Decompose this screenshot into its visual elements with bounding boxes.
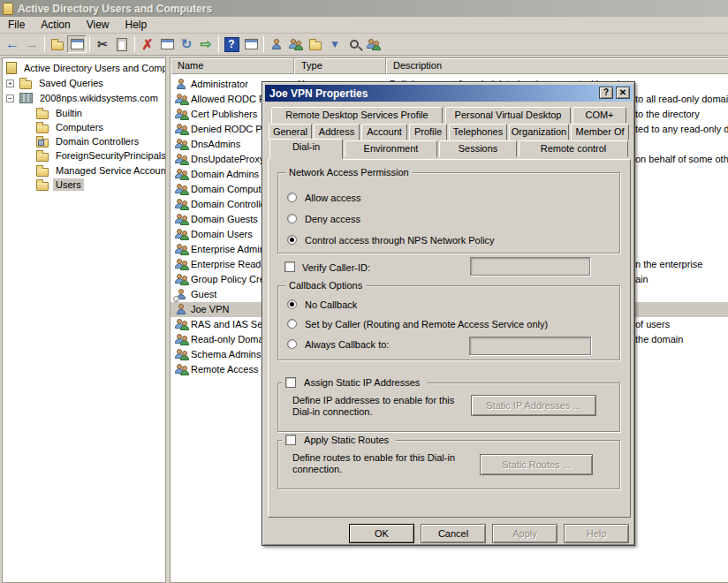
tab-remote-control[interactable]: Remote control [519, 140, 628, 157]
toolbar [0, 34, 728, 56]
refresh-icon[interactable] [177, 35, 196, 53]
console-tree-pane: Active Directory Users and Comput Saved … [2, 57, 166, 583]
cut-icon[interactable] [93, 35, 112, 53]
tab-environment[interactable]: Environment [345, 140, 437, 157]
tab-personal-virtual-desktop[interactable]: Personal Virtual Desktop [445, 107, 571, 124]
help-button[interactable]: Help [564, 524, 629, 543]
tree-item-builtin[interactable]: Builtin [36, 106, 85, 120]
tab-com-plus[interactable]: COM+ [573, 107, 626, 124]
folder-icon [36, 168, 49, 177]
tree-label[interactable]: Users [53, 178, 84, 191]
caller-id-field[interactable] [470, 257, 590, 276]
tab-member-of[interactable]: Member Of [571, 124, 629, 140]
tree-label[interactable]: Managed Service Accounts [53, 164, 166, 177]
tree-item-domain[interactable]: 2008nps.wikidsystems.com [6, 91, 161, 105]
group-icon [175, 349, 189, 360]
new-ou-icon[interactable] [306, 35, 325, 53]
tree-item-domain-controllers[interactable]: Domain Controllers [36, 134, 141, 148]
console-icon [6, 62, 17, 74]
column-header-type[interactable]: Type [294, 58, 386, 74]
column-header-name[interactable]: Name [171, 58, 294, 74]
tab-account[interactable]: Account [361, 124, 407, 140]
user-disabled-icon [175, 289, 187, 300]
tab-remote-desktop-services-profile[interactable]: Remote Desktop Services Profile [271, 107, 443, 124]
callback-options-group: Callback Options No Callback Set by Call… [277, 285, 620, 360]
export-list-icon[interactable] [196, 35, 216, 53]
delete-icon[interactable] [138, 35, 157, 53]
assign-static-ip-header: Assign Static IP Addresses [282, 377, 427, 388]
dialog-help-icon[interactable] [599, 87, 613, 99]
close-icon[interactable] [616, 87, 630, 99]
new-user-icon[interactable] [267, 35, 286, 53]
group-icon [175, 259, 189, 270]
tree-item-users[interactable]: Users [36, 178, 84, 192]
menu-bar: File Action View Help [0, 17, 728, 34]
show-console-tree-icon[interactable] [67, 35, 87, 53]
apply-static-routes-checkbox[interactable] [285, 435, 296, 445]
toolbar-separator [134, 36, 135, 52]
toolbar-separator [263, 36, 264, 52]
apply-static-routes-group: Apply Static Routes Define routes to ena… [277, 440, 620, 489]
tree-item-managed-service-accounts[interactable]: Managed Service Accounts [36, 163, 166, 178]
window-titlebar: Active Directory Users and Computers [0, 0, 728, 17]
up-one-level-icon[interactable] [48, 35, 67, 53]
menu-action[interactable]: Action [33, 17, 78, 33]
properties-icon[interactable] [157, 35, 177, 53]
column-header-description[interactable]: Description [386, 58, 728, 74]
tree-item-foreign-security-principals[interactable]: ForeignSecurityPrincipals [36, 148, 166, 163]
add-member-icon[interactable] [364, 35, 383, 53]
domain-icon [19, 93, 33, 103]
control-access-nps-radio[interactable] [287, 235, 297, 245]
tree-item-computers[interactable]: Computers [36, 120, 106, 134]
tab-dial-in[interactable]: Dial-in [269, 139, 343, 159]
static-routes-button[interactable]: Static Routes ... [480, 454, 593, 475]
paste-icon[interactable] [112, 35, 132, 53]
forward-icon[interactable] [22, 35, 42, 53]
tree-label[interactable]: Domain Controllers [53, 135, 141, 148]
always-callback-radio[interactable] [287, 339, 297, 349]
callback-number-field[interactable] [469, 337, 591, 355]
tab-telephones[interactable]: Telephones [449, 124, 507, 140]
tab-profile[interactable]: Profile [409, 124, 447, 140]
tree-item-root[interactable]: Active Directory Users and Comput [6, 61, 166, 75]
toolbar-separator [44, 36, 45, 52]
menu-view[interactable]: View [79, 17, 118, 33]
tree-label[interactable]: Saved Queries [36, 77, 106, 89]
find-icon[interactable] [345, 35, 364, 53]
assign-static-ip-checkbox[interactable] [285, 377, 296, 388]
folder-icon [19, 80, 32, 89]
new-window-icon[interactable] [241, 35, 261, 53]
set-by-caller-radio[interactable] [287, 319, 297, 329]
help-icon[interactable] [222, 35, 241, 53]
tree-label[interactable]: Computers [53, 121, 106, 133]
tree-label[interactable]: 2008nps.wikidsystems.com [37, 92, 161, 104]
back-icon[interactable] [3, 35, 22, 53]
menu-help[interactable]: Help [118, 17, 155, 33]
ok-button[interactable]: OK [349, 524, 414, 543]
tab-sessions[interactable]: Sessions [439, 140, 517, 157]
group-icon [175, 274, 189, 285]
tree-item-saved-queries[interactable]: Saved Queries [6, 76, 106, 90]
toolbar-separator [218, 36, 219, 52]
verify-caller-id-checkbox[interactable] [284, 261, 295, 272]
tab-organization[interactable]: Organization [509, 124, 569, 140]
allow-access-radio[interactable] [287, 193, 297, 202]
group-legend: Network Access Permission [285, 167, 413, 178]
static-ip-addresses-button[interactable]: Static IP Addresses ... [471, 395, 596, 416]
new-group-icon[interactable] [286, 35, 306, 53]
dial-in-tab-page: Network Access Permission Allow access D… [268, 159, 631, 518]
tree-label[interactable]: ForeignSecurityPrincipals [53, 149, 166, 162]
collapse-icon[interactable] [6, 95, 14, 102]
tree-label[interactable]: Active Directory Users and Comput [21, 62, 166, 74]
dialog-titlebar[interactable]: Joe VPN Properties [265, 85, 633, 102]
deny-access-radio[interactable] [287, 214, 297, 223]
menu-file[interactable]: File [0, 17, 33, 33]
apply-button[interactable]: Apply [492, 524, 557, 543]
group-icon [175, 334, 189, 345]
filter-icon[interactable] [325, 35, 345, 53]
cancel-button[interactable]: Cancel [421, 524, 486, 543]
expand-icon[interactable] [6, 80, 14, 87]
tree-label[interactable]: Builtin [53, 107, 85, 119]
group-legend: Callback Options [285, 280, 366, 291]
no-callback-radio[interactable] [287, 299, 297, 309]
